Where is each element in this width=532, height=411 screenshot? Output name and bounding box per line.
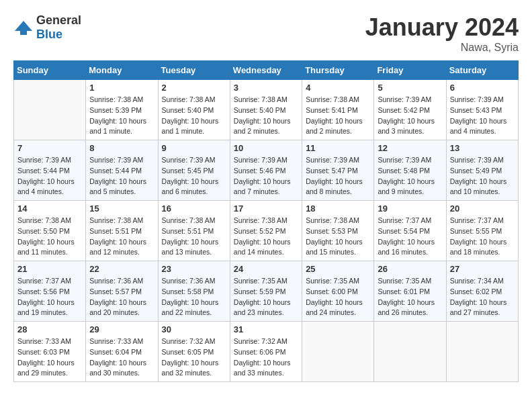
day-number: 15 xyxy=(89,203,154,214)
calendar-cell: 20Sunrise: 7:37 AMSunset: 5:55 PMDayligh… xyxy=(446,201,518,261)
day-info: Sunrise: 7:38 AMSunset: 5:52 PMDaylight:… xyxy=(234,216,298,258)
day-info: Sunrise: 7:39 AMSunset: 5:45 PMDaylight:… xyxy=(162,155,226,197)
day-info: Sunrise: 7:37 AMSunset: 5:54 PMDaylight:… xyxy=(378,216,442,258)
day-info: Sunrise: 7:38 AMSunset: 5:40 PMDaylight:… xyxy=(234,95,298,137)
day-info: Sunrise: 7:38 AMSunset: 5:53 PMDaylight:… xyxy=(306,216,370,258)
calendar-cell: 10Sunrise: 7:39 AMSunset: 5:46 PMDayligh… xyxy=(230,140,302,201)
header: General Blue January 2024 Nawa, Syria xyxy=(13,13,519,54)
calendar-cell: 30Sunrise: 7:32 AMSunset: 6:05 PMDayligh… xyxy=(158,322,230,382)
day-info: Sunrise: 7:38 AMSunset: 5:51 PMDaylight:… xyxy=(89,216,154,258)
day-number: 25 xyxy=(306,264,370,274)
calendar-cell xyxy=(374,322,446,382)
day-number: 12 xyxy=(378,143,442,153)
week-row-4: 21Sunrise: 7:37 AMSunset: 5:56 PMDayligh… xyxy=(14,261,519,322)
day-number: 29 xyxy=(89,324,154,334)
svg-marker-0 xyxy=(15,21,32,31)
month-title: January 2024 xyxy=(365,13,519,42)
day-number: 27 xyxy=(450,264,515,274)
calendar-cell: 15Sunrise: 7:38 AMSunset: 5:51 PMDayligh… xyxy=(86,201,158,261)
day-info: Sunrise: 7:34 AMSunset: 6:02 PMDaylight:… xyxy=(450,276,515,318)
calendar-cell: 8Sunrise: 7:39 AMSunset: 5:44 PMDaylight… xyxy=(86,140,158,201)
logo-general: General xyxy=(36,13,81,27)
day-number: 5 xyxy=(378,83,442,93)
day-number: 1 xyxy=(89,83,154,93)
calendar-cell: 11Sunrise: 7:39 AMSunset: 5:47 PMDayligh… xyxy=(302,140,374,201)
logo-text: General Blue xyxy=(36,13,81,42)
calendar-cell: 5Sunrise: 7:39 AMSunset: 5:42 PMDaylight… xyxy=(374,80,446,140)
weekday-header-monday: Monday xyxy=(86,61,158,80)
day-info: Sunrise: 7:38 AMSunset: 5:40 PMDaylight:… xyxy=(162,95,226,137)
calendar-cell: 22Sunrise: 7:36 AMSunset: 5:57 PMDayligh… xyxy=(86,261,158,322)
calendar-cell: 28Sunrise: 7:33 AMSunset: 6:03 PMDayligh… xyxy=(14,322,86,382)
day-info: Sunrise: 7:39 AMSunset: 5:42 PMDaylight:… xyxy=(378,95,442,137)
day-info: Sunrise: 7:32 AMSunset: 6:05 PMDaylight:… xyxy=(162,336,226,379)
day-info: Sunrise: 7:38 AMSunset: 5:51 PMDaylight:… xyxy=(162,216,226,258)
calendar-cell: 27Sunrise: 7:34 AMSunset: 6:02 PMDayligh… xyxy=(446,261,518,322)
day-number: 23 xyxy=(162,264,226,274)
day-number: 7 xyxy=(17,143,82,153)
calendar-cell xyxy=(446,322,518,382)
day-info: Sunrise: 7:33 AMSunset: 6:04 PMDaylight:… xyxy=(89,336,154,379)
calendar-cell: 6Sunrise: 7:39 AMSunset: 5:43 PMDaylight… xyxy=(446,80,518,140)
calendar-cell: 18Sunrise: 7:38 AMSunset: 5:53 PMDayligh… xyxy=(302,201,374,261)
calendar-cell: 17Sunrise: 7:38 AMSunset: 5:52 PMDayligh… xyxy=(230,201,302,261)
calendar-cell: 23Sunrise: 7:36 AMSunset: 5:58 PMDayligh… xyxy=(158,261,230,322)
day-info: Sunrise: 7:36 AMSunset: 5:57 PMDaylight:… xyxy=(89,276,154,318)
day-number: 19 xyxy=(378,203,442,214)
day-number: 22 xyxy=(89,264,154,274)
day-number: 6 xyxy=(450,83,515,93)
calendar-body: 1Sunrise: 7:38 AMSunset: 5:39 PMDaylight… xyxy=(14,80,519,382)
day-info: Sunrise: 7:39 AMSunset: 5:44 PMDaylight:… xyxy=(89,155,154,197)
day-info: Sunrise: 7:37 AMSunset: 5:55 PMDaylight:… xyxy=(450,216,515,258)
day-number: 17 xyxy=(234,203,298,214)
day-info: Sunrise: 7:39 AMSunset: 5:48 PMDaylight:… xyxy=(378,155,442,197)
week-row-1: 1Sunrise: 7:38 AMSunset: 5:39 PMDaylight… xyxy=(14,80,519,140)
day-number: 8 xyxy=(89,143,154,153)
day-info: Sunrise: 7:35 AMSunset: 6:01 PMDaylight:… xyxy=(378,276,442,318)
title-area: January 2024 Nawa, Syria xyxy=(365,13,519,54)
weekday-header-friday: Friday xyxy=(374,61,446,80)
week-row-2: 7Sunrise: 7:39 AMSunset: 5:44 PMDaylight… xyxy=(14,140,519,201)
calendar-cell: 12Sunrise: 7:39 AMSunset: 5:48 PMDayligh… xyxy=(374,140,446,201)
day-number: 20 xyxy=(450,203,515,214)
day-info: Sunrise: 7:37 AMSunset: 5:56 PMDaylight:… xyxy=(17,276,82,318)
weekday-header-sunday: Sunday xyxy=(14,61,86,80)
calendar-cell: 14Sunrise: 7:38 AMSunset: 5:50 PMDayligh… xyxy=(14,201,86,261)
day-number: 14 xyxy=(17,203,82,214)
day-info: Sunrise: 7:38 AMSunset: 5:41 PMDaylight:… xyxy=(306,95,370,137)
calendar-cell: 24Sunrise: 7:35 AMSunset: 5:59 PMDayligh… xyxy=(230,261,302,322)
day-number: 13 xyxy=(450,143,515,153)
calendar-cell: 7Sunrise: 7:39 AMSunset: 5:44 PMDaylight… xyxy=(14,140,86,201)
day-info: Sunrise: 7:38 AMSunset: 5:39 PMDaylight:… xyxy=(89,95,154,137)
calendar-cell: 19Sunrise: 7:37 AMSunset: 5:54 PMDayligh… xyxy=(374,201,446,261)
calendar-cell xyxy=(302,322,374,382)
weekday-header-row: SundayMondayTuesdayWednesdayThursdayFrid… xyxy=(14,61,519,80)
calendar-cell: 21Sunrise: 7:37 AMSunset: 5:56 PMDayligh… xyxy=(14,261,86,322)
day-number: 11 xyxy=(306,143,370,153)
day-info: Sunrise: 7:36 AMSunset: 5:58 PMDaylight:… xyxy=(162,276,226,318)
day-number: 16 xyxy=(162,203,226,214)
calendar-cell: 2Sunrise: 7:38 AMSunset: 5:40 PMDaylight… xyxy=(158,80,230,140)
day-number: 28 xyxy=(17,324,82,334)
day-number: 30 xyxy=(162,324,226,334)
day-number: 4 xyxy=(306,83,370,93)
weekday-header-thursday: Thursday xyxy=(302,61,374,80)
day-number: 18 xyxy=(306,203,370,214)
day-number: 31 xyxy=(234,324,298,334)
day-info: Sunrise: 7:39 AMSunset: 5:49 PMDaylight:… xyxy=(450,155,515,197)
location-title: Nawa, Syria xyxy=(365,42,519,54)
day-number: 10 xyxy=(234,143,298,153)
logo-icon xyxy=(13,17,34,38)
calendar-cell: 13Sunrise: 7:39 AMSunset: 5:49 PMDayligh… xyxy=(446,140,518,201)
calendar-cell: 16Sunrise: 7:38 AMSunset: 5:51 PMDayligh… xyxy=(158,201,230,261)
day-number: 26 xyxy=(378,264,442,274)
day-info: Sunrise: 7:33 AMSunset: 6:03 PMDaylight:… xyxy=(17,336,82,379)
day-info: Sunrise: 7:35 AMSunset: 5:59 PMDaylight:… xyxy=(234,276,298,318)
day-number: 3 xyxy=(234,83,298,93)
logo-blue: Blue xyxy=(36,28,62,41)
calendar-cell: 1Sunrise: 7:38 AMSunset: 5:39 PMDaylight… xyxy=(86,80,158,140)
week-row-5: 28Sunrise: 7:33 AMSunset: 6:03 PMDayligh… xyxy=(14,322,519,382)
calendar-cell: 25Sunrise: 7:35 AMSunset: 6:00 PMDayligh… xyxy=(302,261,374,322)
logo: General Blue xyxy=(13,13,81,42)
day-info: Sunrise: 7:39 AMSunset: 5:44 PMDaylight:… xyxy=(17,155,82,197)
